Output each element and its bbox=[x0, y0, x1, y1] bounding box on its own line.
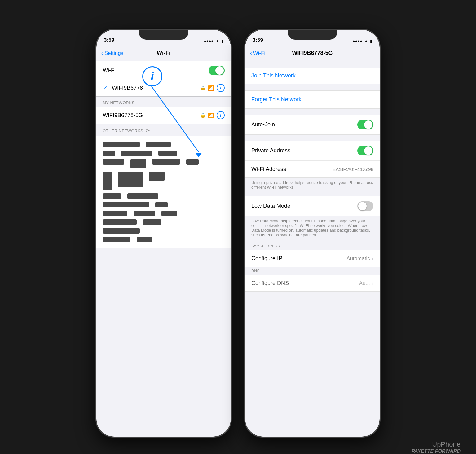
auto-join-toggle[interactable] bbox=[357, 120, 373, 129]
nav-title-right: WIFI9B6778-5G bbox=[292, 50, 333, 56]
highlighted-info-icon: i bbox=[151, 70, 154, 83]
configure-ip-chevron: › bbox=[372, 256, 373, 261]
blur-block-3b bbox=[130, 159, 146, 168]
wifi-toggle-switch[interactable] bbox=[209, 66, 225, 75]
nav-bar-right: ‹ Wi-Fi WIFI9B6778-5G bbox=[245, 45, 380, 61]
configure-ip-row[interactable]: Configure IP Automatic › bbox=[245, 250, 380, 267]
status-icons-right: ●●●● ▲ ▮ bbox=[353, 39, 372, 43]
join-network-row[interactable]: Join This Network bbox=[245, 68, 380, 84]
connected-row-icons: 🔒 📶 i bbox=[200, 84, 225, 92]
my-network-row-0[interactable]: WIFI9B6778-5G 🔒 📶 i bbox=[96, 107, 231, 124]
forget-network-text: Forget This Network bbox=[251, 96, 302, 103]
auto-join-row: Auto-Join bbox=[245, 115, 380, 134]
blur-block-5b bbox=[127, 193, 158, 199]
private-address-row: Private Address bbox=[245, 141, 380, 161]
configure-dns-label: Configure DNS bbox=[251, 280, 289, 286]
connected-network-row[interactable]: ✓ WIFI9B6778 🔒 📶 i bbox=[96, 80, 231, 96]
configure-dns-section: Configure DNS Au... › bbox=[245, 275, 380, 292]
blurred-row-1 bbox=[103, 142, 225, 147]
other-networks-header: OTHER NETWORKS ⟳ bbox=[96, 124, 231, 136]
blur-block-1b bbox=[146, 142, 171, 147]
blur-block-6b bbox=[155, 202, 168, 207]
blurred-row-4 bbox=[103, 172, 225, 190]
status-time-right: 3:59 bbox=[253, 37, 263, 43]
info-button-connected[interactable]: i bbox=[217, 84, 225, 92]
screen-right: 3:59 ●●●● ▲ ▮ ‹ Wi-Fi WIFI9B6778-5G bbox=[245, 30, 380, 437]
configure-ip-label: Configure IP bbox=[251, 255, 282, 262]
blur-block-8b bbox=[143, 219, 161, 225]
phone-right: 3:59 ●●●● ▲ ▮ ‹ Wi-Fi WIFI9B6778-5G bbox=[244, 29, 381, 438]
configure-ip-section: Configure IP Automatic › bbox=[245, 250, 380, 267]
forget-network-row[interactable]: Forget This Network bbox=[245, 90, 380, 109]
screenshot-container: 3:59 ●●●● ▲ ▮ ‹ Settings Wi-Fi bbox=[6, 6, 470, 454]
join-network-section-wrapper: Join This Network bbox=[245, 61, 380, 84]
join-network-text: Join This Network bbox=[251, 72, 296, 79]
notch-left bbox=[139, 30, 188, 40]
blur-block-6a bbox=[103, 202, 149, 207]
back-chevron-left: ‹ bbox=[101, 50, 103, 56]
wifi-signal-icon-connected: 📶 bbox=[208, 85, 214, 91]
configure-dns-row[interactable]: Configure DNS Au... › bbox=[245, 275, 380, 291]
notch-right bbox=[288, 30, 337, 40]
battery-icon-left: ▮ bbox=[221, 39, 223, 43]
blur-block-1a bbox=[103, 142, 140, 147]
my-network-name-0: WIFI9B6778-5G bbox=[103, 112, 200, 119]
spacer-4 bbox=[245, 193, 380, 196]
wifi-status-icon-left: ▲ bbox=[215, 39, 219, 43]
back-chevron-right: ‹ bbox=[250, 50, 252, 56]
lock-icon-connected: 🔒 bbox=[200, 85, 205, 90]
blur-block-3c bbox=[152, 159, 180, 165]
wifi-status-icon-right: ▲ bbox=[364, 39, 368, 43]
low-data-note: Low Data Mode helps reduce your iPhone d… bbox=[245, 216, 380, 242]
private-address-section: Private Address Wi-Fi Address EA:BF:A0:F… bbox=[245, 141, 380, 178]
ipv4-header: IPV4 ADDRESS bbox=[245, 242, 380, 250]
back-button-left[interactable]: ‹ Settings bbox=[101, 50, 123, 56]
loading-spinner-icon: ⟳ bbox=[146, 128, 150, 134]
configure-dns-value: Au... › bbox=[359, 280, 373, 286]
private-address-label: Private Address bbox=[251, 147, 290, 154]
spacer-3 bbox=[245, 135, 380, 141]
blurred-row-10 bbox=[103, 237, 225, 242]
configure-dns-value-text: Au... bbox=[359, 280, 370, 286]
my-network-row-icons-0: 🔒 📶 i bbox=[200, 111, 225, 119]
blurred-row-3 bbox=[103, 159, 225, 168]
info-button-my-network[interactable]: i bbox=[217, 111, 225, 119]
low-data-mode-section: Low Data Mode bbox=[245, 196, 380, 216]
screen-content-left: Wi-Fi ✓ WIFI9B6778 🔒 📶 i bbox=[96, 61, 231, 437]
wifi-signal-icon-my-network: 📶 bbox=[208, 112, 214, 118]
low-data-mode-label: Low Data Mode bbox=[251, 203, 290, 209]
low-data-mode-row: Low Data Mode bbox=[245, 196, 380, 216]
blur-block-2c bbox=[158, 151, 177, 156]
lock-icon-my-network: 🔒 bbox=[200, 113, 205, 118]
blur-block-10a bbox=[103, 237, 130, 242]
blur-block-7c bbox=[161, 211, 177, 216]
watermark-payette: PAYETTE FORWARD bbox=[412, 448, 461, 454]
blurred-row-6 bbox=[103, 202, 225, 207]
private-address-toggle[interactable] bbox=[357, 146, 373, 155]
blur-block-4a bbox=[103, 172, 112, 190]
auto-join-label: Auto-Join bbox=[251, 121, 275, 128]
back-button-right[interactable]: ‹ Wi-Fi bbox=[250, 50, 265, 56]
wifi-toggle-row: Wi-Fi bbox=[96, 61, 231, 80]
blur-block-7a bbox=[103, 211, 127, 216]
blur-block-10b bbox=[137, 237, 152, 242]
other-networks-label: OTHER NETWORKS bbox=[103, 129, 143, 133]
screen-content-right: Join This Network Forget This Network bbox=[245, 61, 380, 437]
low-data-mode-toggle[interactable] bbox=[357, 201, 373, 211]
blurred-row-9 bbox=[103, 228, 225, 234]
blur-block-8a bbox=[103, 219, 137, 225]
signal-icon-right: ●●●● bbox=[353, 39, 362, 43]
blurred-row-2 bbox=[103, 151, 225, 156]
configure-ip-value-text: Automatic bbox=[346, 255, 370, 262]
blur-block-3d bbox=[186, 159, 199, 165]
wifi-address-row: Wi-Fi Address EA:BF:A0:F4:D6:98 bbox=[245, 161, 380, 177]
spacer-2 bbox=[245, 109, 380, 115]
status-icons-left: ●●●● ▲ ▮ bbox=[204, 39, 223, 43]
blur-block-5a bbox=[103, 193, 121, 199]
blur-block-4c bbox=[149, 172, 165, 181]
wifi-address-label: Wi-Fi Address bbox=[251, 166, 286, 172]
blur-block-9a bbox=[103, 228, 140, 234]
screen-left: 3:59 ●●●● ▲ ▮ ‹ Settings Wi-Fi bbox=[96, 30, 231, 437]
phone-left: 3:59 ●●●● ▲ ▮ ‹ Settings Wi-Fi bbox=[95, 29, 232, 438]
my-networks-header: MY NETWORKS bbox=[96, 97, 231, 107]
